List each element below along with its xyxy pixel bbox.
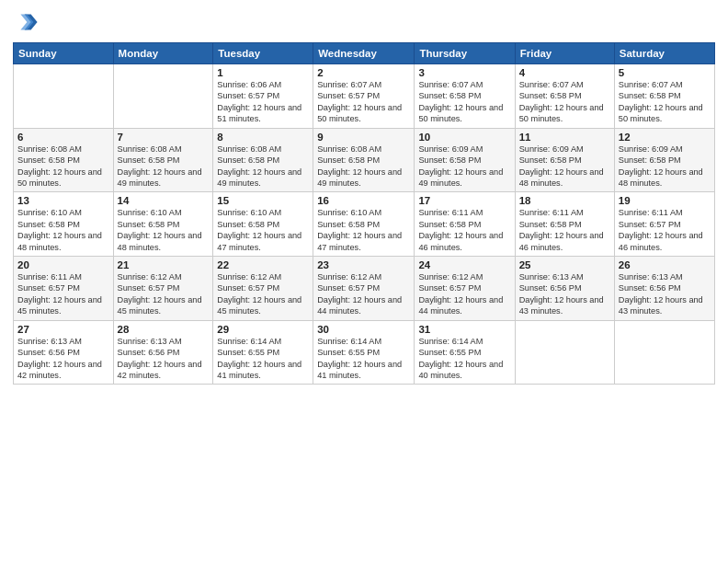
calendar-cell: 23Sunrise: 6:12 AM Sunset: 6:57 PM Dayli… — [313, 257, 415, 321]
day-info: Sunrise: 6:12 AM Sunset: 6:57 PM Dayligh… — [418, 271, 510, 317]
day-number: 20 — [17, 259, 109, 270]
day-info: Sunrise: 6:12 AM Sunset: 6:57 PM Dayligh… — [317, 271, 410, 317]
calendar-cell: 6Sunrise: 6:08 AM Sunset: 6:58 PM Daylig… — [14, 128, 114, 192]
calendar-cell: 11Sunrise: 6:09 AM Sunset: 6:58 PM Dayli… — [515, 128, 614, 192]
week-row-4: 20Sunrise: 6:11 AM Sunset: 6:57 PM Dayli… — [14, 257, 715, 321]
calendar-cell: 9Sunrise: 6:08 AM Sunset: 6:58 PM Daylig… — [313, 128, 415, 192]
day-number: 11 — [519, 132, 610, 143]
calendar-cell: 25Sunrise: 6:13 AM Sunset: 6:56 PM Dayli… — [515, 257, 614, 321]
day-number: 21 — [118, 259, 210, 270]
calendar-cell — [614, 320, 714, 385]
calendar-cell: 2Sunrise: 6:07 AM Sunset: 6:57 PM Daylig… — [313, 64, 415, 129]
day-number: 24 — [418, 259, 510, 270]
day-info: Sunrise: 6:07 AM Sunset: 6:58 PM Dayligh… — [519, 79, 610, 125]
logo-icon — [13, 9, 39, 35]
day-info: Sunrise: 6:08 AM Sunset: 6:58 PM Dayligh… — [317, 144, 410, 190]
calendar-cell: 20Sunrise: 6:11 AM Sunset: 6:57 PM Dayli… — [14, 257, 114, 321]
calendar-cell: 16Sunrise: 6:10 AM Sunset: 6:58 PM Dayli… — [313, 192, 415, 257]
calendar-cell: 29Sunrise: 6:14 AM Sunset: 6:55 PM Dayli… — [213, 320, 313, 385]
calendar-cell: 12Sunrise: 6:09 AM Sunset: 6:58 PM Dayli… — [614, 128, 714, 192]
day-number: 17 — [418, 195, 510, 206]
day-number: 18 — [519, 195, 610, 206]
calendar-cell: 22Sunrise: 6:12 AM Sunset: 6:57 PM Dayli… — [213, 257, 313, 321]
day-number: 10 — [418, 132, 510, 143]
day-number: 27 — [17, 324, 109, 335]
col-header-sunday: Sunday — [14, 43, 114, 64]
calendar-cell: 27Sunrise: 6:13 AM Sunset: 6:56 PM Dayli… — [14, 320, 114, 385]
day-info: Sunrise: 6:12 AM Sunset: 6:57 PM Dayligh… — [217, 271, 309, 317]
day-info: Sunrise: 6:11 AM Sunset: 6:57 PM Dayligh… — [17, 271, 109, 317]
header — [13, 9, 715, 35]
day-info: Sunrise: 6:08 AM Sunset: 6:58 PM Dayligh… — [17, 144, 109, 190]
day-info: Sunrise: 6:11 AM Sunset: 6:58 PM Dayligh… — [418, 207, 510, 253]
calendar-cell: 17Sunrise: 6:11 AM Sunset: 6:58 PM Dayli… — [415, 192, 515, 257]
day-number: 3 — [418, 67, 510, 78]
day-info: Sunrise: 6:13 AM Sunset: 6:56 PM Dayligh… — [619, 271, 711, 317]
calendar-cell: 18Sunrise: 6:11 AM Sunset: 6:58 PM Dayli… — [515, 192, 614, 257]
day-info: Sunrise: 6:11 AM Sunset: 6:57 PM Dayligh… — [619, 207, 711, 253]
col-header-friday: Friday — [515, 43, 614, 64]
calendar-cell: 28Sunrise: 6:13 AM Sunset: 6:56 PM Dayli… — [113, 320, 213, 385]
calendar-cell: 19Sunrise: 6:11 AM Sunset: 6:57 PM Dayli… — [614, 192, 714, 257]
page: SundayMondayTuesdayWednesdayThursdayFrid… — [0, 0, 728, 563]
day-info: Sunrise: 6:06 AM Sunset: 6:57 PM Dayligh… — [217, 79, 309, 125]
day-number: 14 — [118, 195, 210, 206]
col-header-thursday: Thursday — [415, 43, 515, 64]
day-number: 8 — [217, 132, 309, 143]
week-row-5: 27Sunrise: 6:13 AM Sunset: 6:56 PM Dayli… — [14, 320, 715, 385]
col-header-saturday: Saturday — [614, 43, 714, 64]
day-info: Sunrise: 6:10 AM Sunset: 6:58 PM Dayligh… — [217, 207, 309, 253]
day-info: Sunrise: 6:11 AM Sunset: 6:58 PM Dayligh… — [519, 207, 610, 253]
calendar-cell: 21Sunrise: 6:12 AM Sunset: 6:57 PM Dayli… — [113, 257, 213, 321]
calendar-cell: 30Sunrise: 6:14 AM Sunset: 6:55 PM Dayli… — [313, 320, 415, 385]
day-number: 7 — [118, 132, 210, 143]
day-info: Sunrise: 6:08 AM Sunset: 6:58 PM Dayligh… — [217, 144, 309, 190]
day-number: 19 — [619, 195, 711, 206]
day-number: 1 — [217, 67, 309, 78]
calendar-cell: 10Sunrise: 6:09 AM Sunset: 6:58 PM Dayli… — [415, 128, 515, 192]
col-header-monday: Monday — [113, 43, 213, 64]
day-info: Sunrise: 6:07 AM Sunset: 6:58 PM Dayligh… — [619, 79, 711, 125]
day-info: Sunrise: 6:10 AM Sunset: 6:58 PM Dayligh… — [317, 207, 410, 253]
day-number: 4 — [519, 67, 610, 78]
calendar-cell: 5Sunrise: 6:07 AM Sunset: 6:58 PM Daylig… — [614, 64, 714, 129]
day-info: Sunrise: 6:13 AM Sunset: 6:56 PM Dayligh… — [519, 271, 610, 317]
calendar-cell — [14, 64, 114, 129]
day-info: Sunrise: 6:12 AM Sunset: 6:57 PM Dayligh… — [118, 271, 210, 317]
calendar-cell: 31Sunrise: 6:14 AM Sunset: 6:55 PM Dayli… — [415, 320, 515, 385]
day-info: Sunrise: 6:07 AM Sunset: 6:57 PM Dayligh… — [317, 79, 410, 125]
day-number: 6 — [17, 132, 109, 143]
day-number: 25 — [519, 259, 610, 270]
calendar-cell: 26Sunrise: 6:13 AM Sunset: 6:56 PM Dayli… — [614, 257, 714, 321]
day-number: 2 — [317, 67, 410, 78]
day-info: Sunrise: 6:09 AM Sunset: 6:58 PM Dayligh… — [519, 144, 610, 190]
day-number: 22 — [217, 259, 309, 270]
calendar-cell: 1Sunrise: 6:06 AM Sunset: 6:57 PM Daylig… — [213, 64, 313, 129]
calendar-cell: 3Sunrise: 6:07 AM Sunset: 6:58 PM Daylig… — [415, 64, 515, 129]
day-info: Sunrise: 6:09 AM Sunset: 6:58 PM Dayligh… — [619, 144, 711, 190]
day-info: Sunrise: 6:10 AM Sunset: 6:58 PM Dayligh… — [17, 207, 109, 253]
week-row-3: 13Sunrise: 6:10 AM Sunset: 6:58 PM Dayli… — [14, 192, 715, 257]
day-info: Sunrise: 6:09 AM Sunset: 6:58 PM Dayligh… — [418, 144, 510, 190]
day-info: Sunrise: 6:14 AM Sunset: 6:55 PM Dayligh… — [217, 336, 309, 382]
calendar-cell: 4Sunrise: 6:07 AM Sunset: 6:58 PM Daylig… — [515, 64, 614, 129]
day-info: Sunrise: 6:13 AM Sunset: 6:56 PM Dayligh… — [17, 336, 109, 382]
calendar-cell: 15Sunrise: 6:10 AM Sunset: 6:58 PM Dayli… — [213, 192, 313, 257]
day-number: 26 — [619, 259, 711, 270]
day-info: Sunrise: 6:10 AM Sunset: 6:58 PM Dayligh… — [118, 207, 210, 253]
day-number: 23 — [317, 259, 410, 270]
day-info: Sunrise: 6:13 AM Sunset: 6:56 PM Dayligh… — [118, 336, 210, 382]
calendar-cell — [515, 320, 614, 385]
day-number: 29 — [217, 324, 309, 335]
calendar-cell: 13Sunrise: 6:10 AM Sunset: 6:58 PM Dayli… — [14, 192, 114, 257]
day-number: 13 — [17, 195, 109, 206]
col-header-wednesday: Wednesday — [313, 43, 415, 64]
day-number: 9 — [317, 132, 410, 143]
calendar: SundayMondayTuesdayWednesdayThursdayFrid… — [13, 42, 715, 385]
calendar-header-row: SundayMondayTuesdayWednesdayThursdayFrid… — [14, 43, 715, 64]
day-info: Sunrise: 6:08 AM Sunset: 6:58 PM Dayligh… — [118, 144, 210, 190]
col-header-tuesday: Tuesday — [213, 43, 313, 64]
calendar-cell: 7Sunrise: 6:08 AM Sunset: 6:58 PM Daylig… — [113, 128, 213, 192]
day-number: 5 — [619, 67, 711, 78]
day-number: 15 — [217, 195, 309, 206]
